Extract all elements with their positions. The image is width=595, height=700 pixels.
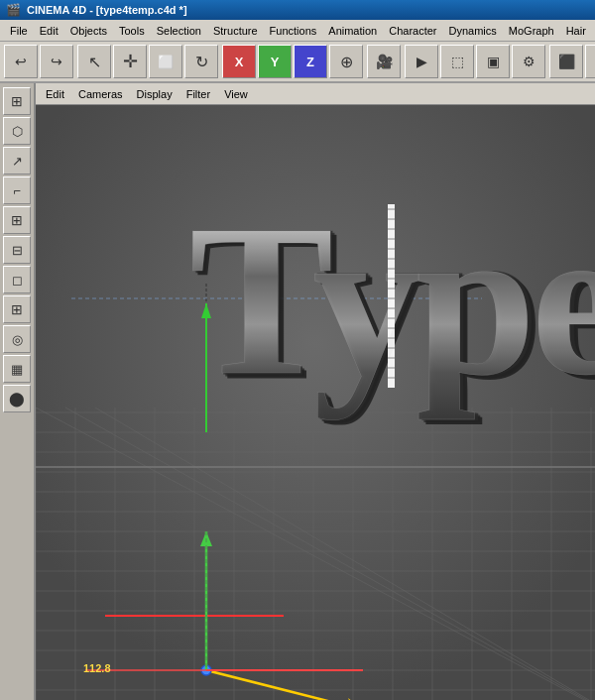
viewport-canvas[interactable]: Type Type Type Type bbox=[36, 105, 595, 700]
y-axis-button[interactable]: Y bbox=[258, 45, 292, 78]
main-toolbar: ↩ ↪ ↖ ✛ ⬜ ↻ X Y Z ⊕ 🎥 ▶ ⬚ ▣ ⚙ ⬛ » bbox=[0, 42, 595, 83]
render-all-button[interactable]: ▣ bbox=[476, 45, 510, 78]
z-axis-button[interactable]: Z bbox=[294, 45, 327, 78]
render-region-button[interactable]: ⬚ bbox=[440, 45, 474, 78]
target-button[interactable]: ◎ bbox=[3, 325, 31, 353]
title-bar: 🎬 CINEMA 4D - [type4temp.c4d *] bbox=[0, 0, 595, 20]
main-area: ⊞ ⬡ ↗ ⌐ ⊞ ⊟ ◻ ⊞ ◎ ▦ ⬤ Edit Cameras Displ… bbox=[0, 83, 595, 700]
viewport: Edit Cameras Display Filter View bbox=[36, 83, 595, 700]
cube-button[interactable]: ⬛ bbox=[549, 45, 583, 78]
patterned-button[interactable]: ▦ bbox=[3, 355, 31, 383]
selection-marker bbox=[388, 204, 395, 388]
rotate-tool-button[interactable]: ↻ bbox=[184, 45, 218, 78]
menu-hair[interactable]: Hair bbox=[560, 23, 592, 39]
vp-view[interactable]: View bbox=[218, 86, 254, 102]
undo-button[interactable]: ↩ bbox=[4, 45, 38, 78]
redo-button[interactable]: ↪ bbox=[40, 45, 73, 78]
box-button[interactable]: ◻ bbox=[3, 266, 31, 293]
model-button[interactable]: ⬡ bbox=[3, 117, 31, 145]
menu-bar: File Edit Objects Tools Selection Struct… bbox=[0, 20, 595, 42]
arrow-button[interactable]: ↗ bbox=[3, 147, 31, 175]
sphere-button[interactable]: ⬤ bbox=[3, 385, 31, 412]
menu-selection[interactable]: Selection bbox=[151, 23, 207, 39]
more-button[interactable]: » bbox=[585, 45, 595, 78]
render-button[interactable]: ▶ bbox=[405, 45, 438, 78]
menu-file[interactable]: File bbox=[4, 23, 34, 39]
menu-functions[interactable]: Functions bbox=[264, 23, 323, 39]
vp-edit[interactable]: Edit bbox=[40, 86, 70, 102]
scale-tool-button[interactable]: ⬜ bbox=[149, 45, 182, 78]
select-tool-button[interactable]: ↖ bbox=[77, 45, 111, 78]
menu-mograph[interactable]: MoGraph bbox=[503, 23, 560, 39]
title-icon: 🎬 bbox=[6, 3, 21, 17]
dotgrid-button[interactable]: ⊞ bbox=[3, 295, 31, 323]
menu-structure[interactable]: Structure bbox=[207, 23, 264, 39]
left-toolbar: ⊞ ⬡ ↗ ⌐ ⊞ ⊟ ◻ ⊞ ◎ ▦ ⬤ bbox=[0, 83, 36, 700]
viewport-toolbar: Edit Cameras Display Filter View bbox=[36, 83, 595, 105]
view-mode-button[interactable]: ⊞ bbox=[3, 87, 31, 115]
vp-display[interactable]: Display bbox=[131, 86, 178, 102]
menu-edit[interactable]: Edit bbox=[34, 23, 64, 39]
vp-cameras[interactable]: Cameras bbox=[72, 86, 129, 102]
move-tool-button[interactable]: ✛ bbox=[113, 45, 147, 78]
menu-character[interactable]: Character bbox=[383, 23, 442, 39]
grid4-button[interactable]: ⊞ bbox=[3, 206, 31, 234]
camera-button[interactable]: 🎥 bbox=[367, 45, 401, 78]
render-settings-button[interactable]: ⚙ bbox=[512, 45, 545, 78]
x-axis-button[interactable]: X bbox=[222, 45, 256, 78]
axis-value-label: 112.8 bbox=[83, 662, 111, 674]
menu-objects[interactable]: Objects bbox=[64, 23, 113, 39]
title-text: CINEMA 4D - [type4temp.c4d *] bbox=[27, 4, 187, 16]
grid9-button[interactable]: ⊟ bbox=[3, 236, 31, 264]
world-axis-button[interactable]: ⊕ bbox=[329, 45, 363, 78]
vp-filter[interactable]: Filter bbox=[180, 86, 216, 102]
menu-animation[interactable]: Animation bbox=[322, 23, 383, 39]
scene-svg: Type Type Type Type bbox=[36, 105, 595, 700]
bend-button[interactable]: ⌐ bbox=[3, 176, 31, 204]
menu-dynamics[interactable]: Dynamics bbox=[443, 23, 503, 39]
menu-tools[interactable]: Tools bbox=[113, 23, 151, 39]
